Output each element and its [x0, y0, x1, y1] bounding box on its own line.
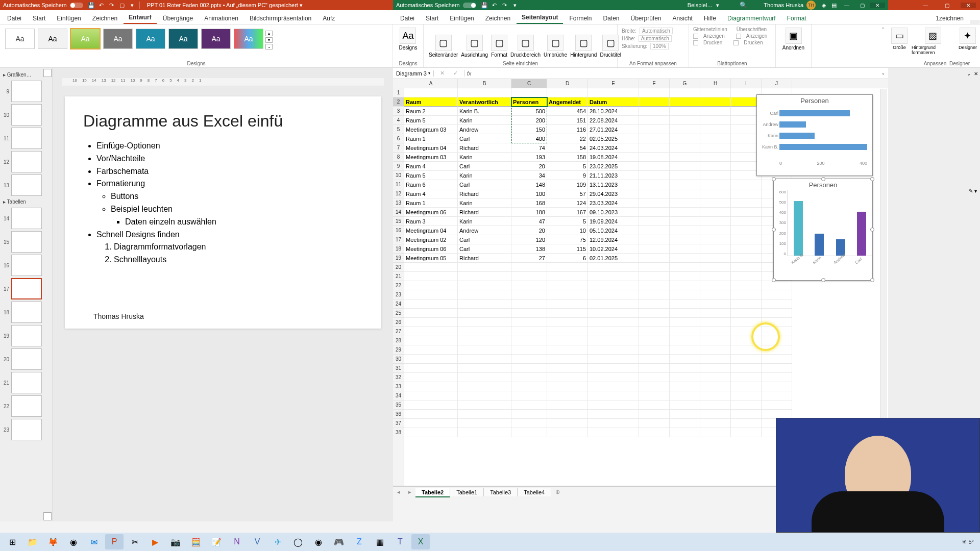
cell[interactable]: [458, 382, 511, 391]
cell[interactable]: [511, 400, 547, 410]
cell[interactable]: 21.11.2023: [588, 171, 639, 180]
cell[interactable]: [639, 272, 670, 281]
column-header[interactable]: I: [731, 79, 762, 88]
cell[interactable]: [639, 162, 670, 171]
tab-formeln[interactable]: Formeln: [564, 13, 597, 24]
cell[interactable]: [731, 364, 762, 373]
cell[interactable]: [670, 143, 700, 153]
cell[interactable]: [588, 309, 639, 318]
cell[interactable]: [762, 336, 792, 345]
cell[interactable]: [404, 410, 458, 419]
column-header[interactable]: D: [547, 79, 588, 88]
cell[interactable]: [670, 171, 700, 180]
row-header[interactable]: 13: [393, 198, 404, 208]
taskbar-teams-icon[interactable]: T: [391, 534, 409, 549]
thumbnail-row[interactable]: 10: [1, 104, 52, 126]
cell[interactable]: [511, 364, 547, 373]
tab-daten[interactable]: Daten: [598, 13, 624, 24]
more-qat-icon[interactable]: ▾: [511, 2, 519, 9]
thumbnail-row[interactable]: 12: [1, 151, 52, 172]
sheet-add-icon[interactable]: ⊕: [551, 489, 564, 495]
sheet-tab[interactable]: Tabelle1: [450, 488, 484, 496]
theme-thumb[interactable]: Aa: [70, 29, 100, 49]
cell[interactable]: [639, 134, 670, 143]
save-icon[interactable]: 💾: [481, 2, 488, 9]
cell[interactable]: [547, 336, 588, 345]
cell[interactable]: [639, 88, 670, 97]
row-header[interactable]: 15: [393, 217, 404, 226]
cell[interactable]: [731, 263, 762, 272]
cell[interactable]: 27.01.2024: [588, 125, 639, 134]
row-header[interactable]: 5: [393, 125, 404, 134]
tab-einfügen[interactable]: Einfügen: [445, 13, 479, 24]
undo-icon[interactable]: ↶: [98, 2, 105, 9]
cell[interactable]: [639, 290, 670, 299]
cell[interactable]: [547, 391, 588, 400]
cell[interactable]: [670, 400, 700, 410]
ribbon-collapse-icon[interactable]: ⌃: [881, 27, 885, 32]
cell[interactable]: [700, 382, 731, 391]
cell[interactable]: 168: [511, 198, 547, 208]
cell[interactable]: Raum 1: [404, 134, 458, 143]
cell[interactable]: 193: [511, 153, 547, 162]
autosave-toggle-pp[interactable]: [70, 3, 83, 8]
cell[interactable]: [639, 235, 670, 244]
cell[interactable]: [458, 364, 511, 373]
cell[interactable]: Karin: [458, 171, 511, 180]
cell[interactable]: [639, 345, 670, 355]
cell[interactable]: 188: [511, 208, 547, 217]
cell[interactable]: [547, 281, 588, 290]
cell[interactable]: [731, 226, 762, 235]
cell[interactable]: Meetingraum 06: [404, 208, 458, 217]
table-row[interactable]: [404, 391, 888, 400]
slide-thumbnail[interactable]: [11, 419, 42, 440]
cell[interactable]: [547, 419, 588, 428]
cell[interactable]: [588, 281, 639, 290]
cell[interactable]: [547, 309, 588, 318]
theme-thumb[interactable]: Aa: [168, 29, 198, 49]
umbrüche-button[interactable]: ▢Umbrüche: [543, 34, 568, 59]
tab-ansicht[interactable]: Ansicht: [668, 13, 698, 24]
column-header[interactable]: G: [670, 79, 700, 88]
row-header[interactable]: 6: [393, 134, 404, 143]
cell[interactable]: [588, 263, 639, 272]
cell[interactable]: Andrew: [458, 125, 511, 134]
sheet-nav-next-icon[interactable]: ▸: [404, 489, 415, 495]
table-row[interactable]: [404, 336, 888, 345]
cell[interactable]: [762, 355, 792, 364]
theme-thumb[interactable]: Aa: [136, 29, 165, 49]
slide-thumbnail[interactable]: [11, 151, 42, 172]
row-header[interactable]: 17: [393, 235, 404, 244]
cell[interactable]: [547, 410, 588, 419]
row-header[interactable]: 37: [393, 419, 404, 428]
cell[interactable]: [670, 107, 700, 116]
cell[interactable]: 12.09.2024: [588, 235, 639, 244]
cell[interactable]: [639, 263, 670, 272]
cell[interactable]: [547, 373, 588, 382]
tab-aufz[interactable]: Aufz: [317, 13, 340, 24]
cell[interactable]: Meetingraum 03: [404, 153, 458, 162]
cell[interactable]: [404, 272, 458, 281]
cell[interactable]: [731, 400, 762, 410]
slide-thumbnail[interactable]: [11, 104, 42, 126]
close-button[interactable]: ✕: [870, 3, 885, 8]
slide-thumbnail[interactable]: [11, 208, 42, 229]
cell[interactable]: [670, 290, 700, 299]
tab-datei[interactable]: Datei: [2, 13, 27, 24]
row-header[interactable]: 35: [393, 400, 404, 410]
cell[interactable]: [700, 318, 731, 327]
cell[interactable]: [700, 272, 731, 281]
cell[interactable]: [700, 125, 731, 134]
cell[interactable]: [588, 299, 639, 309]
cell[interactable]: 109: [547, 180, 588, 189]
tab-hilfe[interactable]: Hilfe: [699, 13, 721, 24]
cell[interactable]: [547, 345, 588, 355]
cell[interactable]: [458, 318, 511, 327]
formula-expand-icon[interactable]: ⌄: [878, 71, 888, 76]
cell[interactable]: [511, 309, 547, 318]
taskbar-calc-icon[interactable]: 🧮: [187, 534, 205, 549]
cell[interactable]: [670, 336, 700, 345]
cell[interactable]: [588, 355, 639, 364]
cell[interactable]: [588, 419, 639, 428]
cell[interactable]: [700, 208, 731, 217]
